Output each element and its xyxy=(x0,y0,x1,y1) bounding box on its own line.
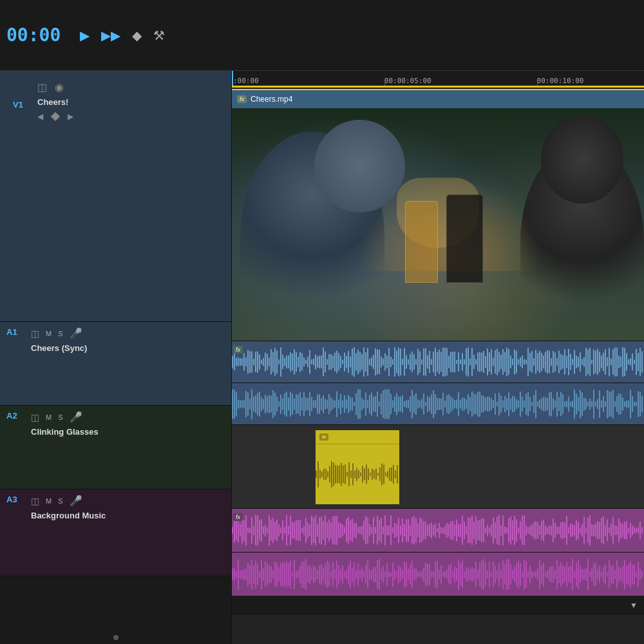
a1-fx-badge: fx xyxy=(233,343,243,354)
ruler-label-0: :00:00 xyxy=(233,77,259,85)
a2-track-header: A2 ◫ M S 🎤 Clinking Glasses xyxy=(0,406,231,489)
v1-top-row: V1 ◫ ◉ Cheers! ◀ ▶ xyxy=(6,76,225,126)
ruler-label-5s: 00:00:05:00 xyxy=(384,77,431,85)
a3-controls: ◫ M S 🎤 Background Music xyxy=(31,495,225,526)
video-clip-header[interactable]: fx Cheers.mp4 xyxy=(232,90,644,108)
a1-icons-row: ◫ M S 🎤 xyxy=(31,327,225,339)
clip-icon[interactable]: ◫ xyxy=(37,81,47,93)
a3-track-header: A3 ◫ M S 🎤 Background Music xyxy=(0,489,231,576)
fx-badge: fx xyxy=(237,95,247,103)
a3-clip-icon[interactable]: ◫ xyxy=(31,496,39,506)
timeline-scroll-controls: ▼ xyxy=(232,596,644,615)
a2-waveform-canvas xyxy=(316,444,399,504)
a3-waveform-top-canvas xyxy=(232,509,644,552)
a1-mic-icon[interactable]: 🎤 xyxy=(70,327,82,339)
timeline-ruler: :00:00 00:00:05:00 00:00:10:00 xyxy=(232,71,644,90)
a2-yellow-clip[interactable]: fx xyxy=(316,430,399,504)
a1-s-button[interactable]: S xyxy=(58,330,62,337)
a3-mic-icon[interactable]: 🎤 xyxy=(70,495,82,507)
head-left xyxy=(314,120,405,213)
a1-label: A1 xyxy=(6,327,26,337)
a3-s-button[interactable]: S xyxy=(58,497,62,505)
left-panel-scroll xyxy=(0,576,231,644)
a2-track-area: fx xyxy=(232,425,644,509)
a2-controls: ◫ M S 🎤 Clinking Glasses xyxy=(31,411,225,442)
a1-clip-icon[interactable]: ◫ xyxy=(31,328,39,339)
a1-fx-label: fx xyxy=(233,346,243,354)
top-bar: 00:00 ▶ ▶▶ ◆ ⚒ xyxy=(0,0,644,71)
a3-label: A3 xyxy=(6,495,26,504)
a1-waveform-bottom xyxy=(232,383,644,424)
a2-track-name: Clinking Glasses xyxy=(31,427,225,437)
ruler-tick-container: :00:00 00:00:05:00 00:00:10:00 xyxy=(232,71,644,88)
a2-m-button[interactable]: M xyxy=(46,413,52,421)
v1-label: V1 xyxy=(13,100,32,109)
scroll-down-icon[interactable]: ▼ xyxy=(630,601,638,610)
shield-icon[interactable]: ◆ xyxy=(132,28,142,43)
keyframe-controls: ◀ ▶ xyxy=(37,112,218,121)
a3-waveform-top: fx xyxy=(232,509,644,552)
ruler-label-10s: 00:00:10:00 xyxy=(537,77,584,85)
a2-label: A2 xyxy=(6,411,26,421)
a1-track-name: Cheers (Sync) xyxy=(31,343,225,353)
keyframe-prev-icon[interactable]: ◀ xyxy=(37,112,43,121)
a1-track-header: A1 ◫ M S 🎤 Cheers (Sync) xyxy=(0,322,231,406)
a2-s-button[interactable]: S xyxy=(58,413,62,421)
work-area-bar xyxy=(232,86,644,88)
a3-icons-row: ◫ M S 🎤 xyxy=(31,495,225,507)
clip-name: Cheers.mp4 xyxy=(251,95,292,104)
forward-arrow-icon[interactable]: ▶▶ xyxy=(101,28,120,43)
timecode-display: 00:00 xyxy=(6,24,61,46)
v1-track-area: fx Cheers.mp4 xyxy=(232,90,644,341)
a2-mic-icon[interactable]: 🎤 xyxy=(70,411,82,423)
glass-center xyxy=(405,201,438,282)
scroll-indicator[interactable] xyxy=(113,635,118,640)
a3-fx-badge: fx xyxy=(233,513,243,521)
a3-fx-badge-container: fx xyxy=(233,510,243,522)
a3-waveform-bottom xyxy=(232,552,644,596)
a2-fx-badge: fx xyxy=(319,433,328,440)
a2-waveform xyxy=(316,444,399,504)
eye-icon[interactable]: ◉ xyxy=(55,81,64,93)
main-container: V1 ◫ ◉ Cheers! ◀ ▶ A1 xyxy=(0,71,644,644)
left-panel: V1 ◫ ◉ Cheers! ◀ ▶ A1 xyxy=(0,71,232,644)
a2-clip-icon[interactable]: ◫ xyxy=(31,412,39,422)
v1-track-name: Cheers! xyxy=(37,97,218,107)
a3-m-button[interactable]: M xyxy=(46,497,52,505)
a3-waveform-bottom-canvas xyxy=(232,553,644,596)
wrench-icon[interactable]: ⚒ xyxy=(153,28,165,43)
a1-waveform-top-canvas xyxy=(232,341,644,383)
a3-track-name: Background Music xyxy=(31,511,225,520)
a2-clip-header: fx xyxy=(316,430,399,444)
glass-dark xyxy=(446,194,484,283)
keyframe-diamond[interactable] xyxy=(51,112,60,121)
a1-waveform-bottom-canvas xyxy=(232,383,644,424)
a1-waveform-top: fx xyxy=(232,341,644,383)
v1-icons-row: ◫ ◉ xyxy=(37,81,218,93)
thumbnail-inner xyxy=(232,108,644,341)
v1-controls: ◫ ◉ Cheers! ◀ ▶ xyxy=(37,81,218,121)
a1-controls: ◫ M S 🎤 Cheers (Sync) xyxy=(31,327,225,358)
a2-icons-row: ◫ M S 🎤 xyxy=(31,411,225,423)
a1-track-area: fx xyxy=(232,341,644,425)
selection-tool-icon[interactable]: ▶ xyxy=(80,28,90,43)
v1-track-header: V1 ◫ ◉ Cheers! ◀ ▶ xyxy=(0,71,231,322)
timeline-panel: :00:00 00:00:05:00 00:00:10:00 fx Cheers… xyxy=(232,71,644,644)
video-thumbnail xyxy=(232,108,644,341)
head-right xyxy=(541,115,623,204)
a1-m-button[interactable]: M xyxy=(46,330,52,337)
toolbar: ▶ ▶▶ ◆ ⚒ xyxy=(80,28,165,43)
keyframe-next-icon[interactable]: ▶ xyxy=(68,112,73,121)
a3-track-area: fx xyxy=(232,509,644,596)
